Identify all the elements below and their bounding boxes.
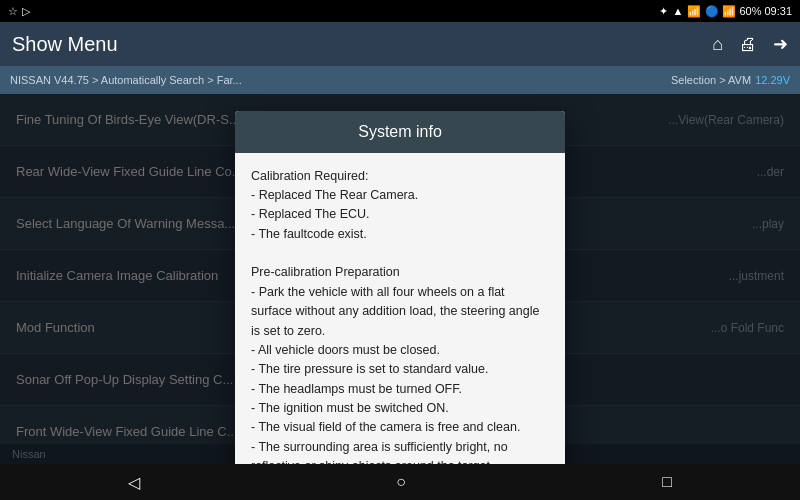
page-title: Show Menu xyxy=(12,33,118,56)
system-info-dialog: System info Calibration Required: - Repl… xyxy=(235,111,565,465)
star-icon: ☆ xyxy=(8,5,18,18)
dialog-title: System info xyxy=(235,111,565,153)
battery-voltage: 12.29V xyxy=(755,74,790,86)
status-bar-left: ☆ ▷ xyxy=(8,5,30,18)
bottom-nav: ◁ ○ □ xyxy=(0,464,800,500)
dialog-body: Calibration Required: - Replaced The Rea… xyxy=(235,153,565,465)
status-bar: ☆ ▷ ✦ ▲ 📶 🔵 📶 60% 09:31 xyxy=(0,0,800,22)
main-content: Fine Tuning Of Birds-Eye View(DR-S......… xyxy=(0,94,800,464)
breadcrumb-bar: NISSAN V44.75 > Automatically Search > F… xyxy=(0,66,800,94)
exit-button[interactable]: ➜ xyxy=(773,33,788,55)
wifi-icon: ▲ xyxy=(672,5,683,17)
breadcrumb-right: Selection > AVM 12.29V xyxy=(671,74,790,86)
back-button[interactable]: ◁ xyxy=(128,473,140,492)
home-button[interactable]: ⌂ xyxy=(712,34,723,55)
breadcrumb: NISSAN V44.75 > Automatically Search > F… xyxy=(10,74,242,86)
bluetooth-icon: ✦ xyxy=(659,5,668,18)
breadcrumb-right-text: Selection > AVM xyxy=(671,74,751,86)
android-icon: ▷ xyxy=(22,5,30,18)
signal-icon: 📶 xyxy=(687,5,701,18)
toolbar: Show Menu ⌂ 🖨 ➜ xyxy=(0,22,800,66)
toolbar-icons: ⌂ 🖨 ➜ xyxy=(712,33,788,55)
recents-button[interactable]: □ xyxy=(662,473,672,491)
print-button[interactable]: 🖨 xyxy=(739,34,757,55)
status-bar-right: ✦ ▲ 📶 🔵 📶 60% 09:31 xyxy=(659,5,792,18)
home-nav-button[interactable]: ○ xyxy=(396,473,406,491)
modal-overlay: System info Calibration Required: - Repl… xyxy=(0,94,800,464)
battery-level: 🔵 📶 60% 09:31 xyxy=(705,5,792,18)
